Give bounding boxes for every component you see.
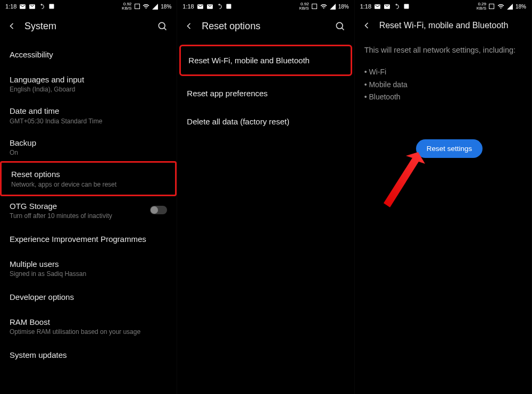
data-rate: 0.92KB/S	[299, 2, 309, 11]
item-title: Multiple users	[10, 259, 167, 270]
status-right: 0.92KB/S 18%	[122, 2, 171, 11]
item-title: Reset Wi-Fi, mobile and Bluetooth	[188, 56, 310, 65]
item-ram-boost[interactable]: RAM Boost Optimise RAM utilisation based…	[0, 311, 177, 342]
panel-system: 1:18 0.92KB/S 18% System Accessibility L…	[0, 0, 177, 394]
reset-settings-button[interactable]: Reset settings	[416, 139, 483, 158]
bullet-bluetooth: • Bluetooth	[364, 91, 522, 104]
reset-list: Reset Wi-Fi, mobile and Bluetooth Reset …	[177, 39, 354, 138]
item-title: Backup	[10, 138, 167, 148]
item-title: Developer options	[10, 292, 167, 303]
item-subtitle: Signed in as Sadiq Hassan	[10, 270, 167, 278]
item-title: Languages and input	[10, 74, 167, 85]
page-title: Reset Wi-Fi, mobile and Bluetooth	[379, 21, 523, 30]
status-bar: 1:18 0.92KB/S 18%	[177, 0, 354, 13]
bullet-mobile: • Mobile data	[364, 79, 522, 91]
svg-rect-3	[227, 4, 231, 9]
bullet-list: • Wi-Fi • Mobile data • Bluetooth	[355, 66, 531, 104]
item-subtitle: GMT+05:30 India Standard Time	[10, 118, 167, 125]
wifi-icon	[320, 3, 327, 10]
item-subtitle: On	[10, 149, 167, 156]
item-title: System updates	[10, 350, 167, 361]
svg-marker-8	[384, 152, 425, 207]
mail-icon	[19, 3, 26, 10]
item-system-updates[interactable]: System updates	[0, 342, 177, 368]
sync-icon	[38, 3, 45, 10]
svg-rect-1	[135, 4, 139, 9]
gmail-icon	[384, 3, 390, 10]
item-reset-wifi[interactable]: Reset Wi-Fi, mobile and Bluetooth	[179, 45, 352, 76]
item-title: Reset options	[11, 169, 165, 180]
item-subtitle: Turn off after 10 minutes of inactivity	[10, 212, 112, 220]
item-reset-app-prefs[interactable]: Reset app preferences	[177, 79, 354, 107]
search-icon[interactable]	[156, 20, 168, 32]
status-left: 1:18	[5, 3, 55, 10]
item-multiple-users[interactable]: Multiple users Signed in as Sadiq Hassan	[0, 253, 177, 284]
item-developer[interactable]: Developer options	[0, 284, 177, 311]
info-text: This will reset all network settings, in…	[355, 38, 531, 66]
wifi-icon	[497, 3, 504, 10]
back-icon[interactable]	[361, 20, 372, 31]
gmail-icon	[29, 3, 36, 10]
item-languages[interactable]: Languages and input English (India), Gbo…	[0, 68, 177, 100]
signal-icon	[329, 3, 336, 10]
signal-icon	[506, 3, 513, 10]
item-subtitle: English (India), Gboard	[10, 86, 167, 93]
item-subtitle: Optimise RAM utilisation based on your u…	[10, 328, 167, 336]
back-icon[interactable]	[184, 21, 194, 31]
svg-rect-7	[489, 4, 494, 9]
item-accessibility[interactable]: Accessibility	[0, 41, 177, 68]
nfc-icon	[134, 3, 140, 10]
back-icon[interactable]	[6, 21, 17, 31]
battery-percent: 18%	[516, 4, 526, 10]
otg-toggle[interactable]	[150, 206, 167, 214]
item-backup[interactable]: Backup On	[0, 131, 177, 163]
header: Reset options	[177, 13, 354, 39]
mail-icon	[374, 3, 381, 10]
item-title: Accessibility	[10, 49, 167, 60]
data-rate: 0.92KB/S	[122, 2, 131, 11]
signal-icon	[152, 3, 159, 10]
sync-icon	[216, 3, 223, 10]
nfc-icon	[311, 3, 318, 10]
item-experience[interactable]: Experience Improvement Programmes	[0, 226, 177, 253]
header: Reset Wi-Fi, mobile and Bluetooth	[355, 13, 531, 38]
status-right: 0.92KB/S 18%	[299, 2, 348, 11]
pointer-arrow-icon	[368, 148, 431, 212]
svg-point-2	[159, 22, 165, 29]
page-title: Reset options	[202, 21, 326, 32]
item-title: RAM Boost	[10, 317, 167, 328]
status-bar: 1:18 0.92KB/S 18%	[0, 0, 177, 13]
settings-list: Accessibility Languages and input Englis…	[0, 39, 177, 371]
item-title: Delete all data (factory reset)	[187, 117, 289, 126]
item-title: Experience Improvement Programmes	[10, 234, 167, 245]
panel-reset-wifi: 1:18 0.29KB/S 18% Reset Wi-Fi, mobile an…	[355, 0, 532, 394]
battery-percent: 18%	[161, 4, 171, 10]
page-title: System	[24, 21, 149, 32]
svg-rect-6	[404, 4, 409, 9]
search-icon[interactable]	[334, 20, 346, 32]
status-right: 0.29KB/S 18%	[477, 2, 526, 11]
battery-percent: 18%	[338, 4, 349, 10]
image-icon	[48, 3, 55, 10]
item-factory-reset[interactable]: Delete all data (factory reset)	[177, 107, 354, 136]
panel-reset-options: 1:18 0.92KB/S 18% Reset options Reset Wi…	[177, 0, 354, 394]
item-date-time[interactable]: Date and time GMT+05:30 India Standard T…	[0, 99, 177, 131]
mail-icon	[197, 3, 204, 10]
item-title: OTG Storage	[10, 201, 112, 212]
image-icon	[403, 3, 410, 10]
item-title: Reset app preferences	[187, 89, 268, 98]
status-time: 1:18	[182, 3, 194, 10]
item-title: Date and time	[10, 106, 167, 116]
item-otg-storage[interactable]: OTG Storage Turn off after 10 minutes of…	[0, 195, 177, 227]
wifi-icon	[143, 3, 149, 10]
status-left: 1:18	[360, 3, 410, 10]
svg-rect-0	[49, 4, 54, 9]
item-subtitle: Network, apps or device can be reset	[11, 181, 165, 188]
image-icon	[226, 3, 232, 10]
sync-icon	[393, 3, 400, 10]
gmail-icon	[206, 3, 213, 10]
status-time: 1:18	[5, 3, 16, 10]
bullet-wifi: • Wi-Fi	[364, 66, 522, 79]
item-reset-options[interactable]: Reset options Network, apps or device ca…	[0, 161, 177, 196]
data-rate: 0.29KB/S	[477, 2, 486, 11]
